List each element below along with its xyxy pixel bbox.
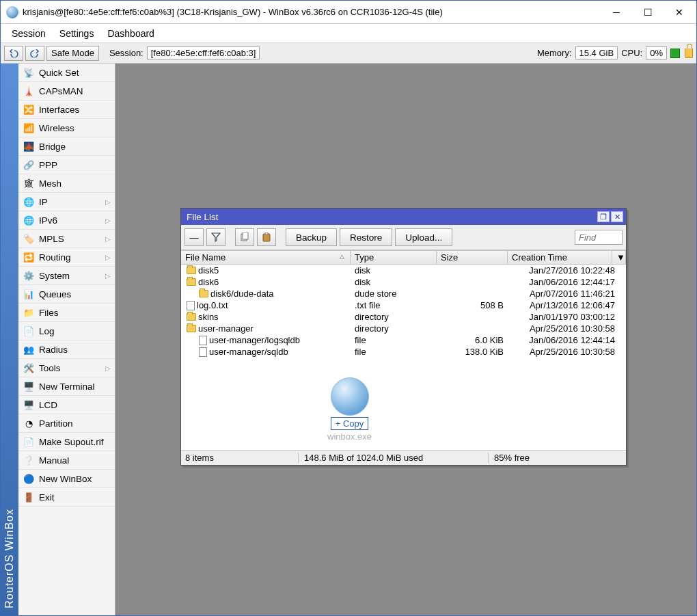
copy-button[interactable] xyxy=(235,228,254,246)
find-input[interactable] xyxy=(575,230,623,245)
sidebar-item-label: CAPsMAN xyxy=(39,86,83,96)
folder-icon xyxy=(187,325,196,332)
table-row[interactable]: disk6diskJan/06/2016 12:44:17 xyxy=(181,276,626,288)
sidebar-item-label: Quick Set xyxy=(39,68,79,78)
sidebar-item-label: New Terminal xyxy=(39,381,95,392)
sidebar-icon: ⚙️ xyxy=(23,269,35,282)
table-row[interactable]: user-manager/sqldbfile138.0 KiBApr/25/20… xyxy=(181,346,626,358)
minimize-button[interactable]: ─ xyxy=(601,1,632,23)
safe-mode-button[interactable]: Safe Mode xyxy=(46,46,99,61)
remove-button[interactable]: — xyxy=(184,228,204,246)
drag-copy-label: + Copy xyxy=(331,417,369,430)
table-row[interactable]: disk6/dude-datadude storeApr/07/2016 11:… xyxy=(181,288,626,299)
sidebar-item-routing[interactable]: 🔁Routing▷ xyxy=(18,248,115,267)
file-list-header: File Name△ Type Size Creation Time ▼ xyxy=(181,250,626,265)
sidebar-item-capsman[interactable]: 🗼CAPsMAN xyxy=(18,82,115,101)
column-menu-button[interactable]: ▼ xyxy=(612,251,626,264)
lock-icon xyxy=(685,49,693,58)
file-list-window: File List ❐ ✕ — Backup Restore Upload...… xyxy=(180,208,627,466)
file-type: disk xyxy=(351,277,437,287)
column-size[interactable]: Size xyxy=(437,251,508,264)
window-title: krisjanis@[fe80::4e5e:cff:fef6:c0ab%3] (… xyxy=(23,7,443,17)
sidebar-item-manual[interactable]: ❔Manual xyxy=(18,451,115,470)
app-icon xyxy=(6,6,18,18)
restore-button[interactable]: Restore xyxy=(340,228,392,246)
file-name: disk5 xyxy=(198,265,219,276)
sidebar-item-interfaces[interactable]: 🔀Interfaces xyxy=(18,101,115,119)
sidebar-item-ipv6[interactable]: 🌐IPv6▷ xyxy=(18,211,115,230)
sidebar-item-radius[interactable]: 👥Radius xyxy=(18,340,115,359)
memory-value: 15.4 GiB xyxy=(575,46,618,59)
filewin-close-button[interactable]: ✕ xyxy=(611,211,623,222)
sidebar-item-label: Exit xyxy=(39,492,55,503)
sidebar-item-label: IP xyxy=(39,197,48,207)
sidebar-item-make-supout-rif[interactable]: 📄Make Supout.rif xyxy=(18,433,115,451)
file-time: Jan/06/2016 12:44:14 xyxy=(508,335,626,345)
sidebar-item-label: Wireless xyxy=(39,123,74,133)
submenu-indicator-icon: ▷ xyxy=(105,254,111,261)
column-time[interactable]: Creation Time xyxy=(508,251,612,264)
sidebar-item-system[interactable]: ⚙️System▷ xyxy=(18,267,115,285)
drag-filename: winbox.exe xyxy=(327,431,372,442)
table-row[interactable]: user-manager/logsqldbfile6.0 KiBJan/06/2… xyxy=(181,334,626,346)
upload-button[interactable]: Upload... xyxy=(395,228,452,246)
sidebar-item-new-terminal[interactable]: 🖥️New Terminal xyxy=(18,377,115,396)
sidebar-item-label: Log xyxy=(39,326,55,336)
file-name: disk6/dude-data xyxy=(210,289,274,299)
sidebar-item-mpls[interactable]: 🏷️MPLS▷ xyxy=(18,230,115,248)
menu-settings[interactable]: Settings xyxy=(53,26,101,41)
filter-button[interactable] xyxy=(206,228,226,246)
submenu-indicator-icon: ▷ xyxy=(105,217,111,224)
sidebar-item-lcd[interactable]: 🖥️LCD xyxy=(18,396,115,414)
sidebar-item-wireless[interactable]: 📶Wireless xyxy=(18,119,115,137)
undo-button[interactable] xyxy=(4,46,23,61)
sidebar-item-new-winbox[interactable]: 🔵New WinBox xyxy=(18,470,115,488)
filewin-restore-button[interactable]: ❐ xyxy=(597,211,610,222)
table-row[interactable]: disk5diskJan/27/2016 10:22:48 xyxy=(181,265,626,276)
sidebar-item-files[interactable]: 📁Files xyxy=(18,304,115,322)
file-list-titlebar[interactable]: File List ❐ ✕ xyxy=(181,209,626,225)
file-list-body[interactable]: disk5diskJan/27/2016 10:22:48disk6diskJa… xyxy=(181,265,626,451)
table-row[interactable]: user-managerdirectoryApr/25/2016 10:30:5… xyxy=(181,323,626,334)
submenu-indicator-icon: ▷ xyxy=(105,272,111,280)
table-row[interactable]: skinsdirectoryJan/01/1970 03:00:12 xyxy=(181,311,626,323)
sidebar-icon: 📄 xyxy=(23,325,35,337)
sidebar-icon: 📁 xyxy=(23,306,35,319)
sidebar-icon: 📊 xyxy=(23,288,35,300)
sidebar-item-queues[interactable]: 📊Queues xyxy=(18,285,115,304)
menu-dashboard[interactable]: Dashboard xyxy=(100,26,161,41)
file-time: Jan/01/1970 03:00:12 xyxy=(508,312,626,322)
sidebar-item-ppp[interactable]: 🔗PPP xyxy=(18,156,115,174)
status-icon xyxy=(670,49,680,58)
sidebar-item-label: LCD xyxy=(39,400,57,410)
sidebar-item-tools[interactable]: 🛠️Tools▷ xyxy=(18,359,115,377)
paste-button[interactable] xyxy=(257,228,276,246)
sidebar-icon: 🖥️ xyxy=(23,380,35,392)
redo-button[interactable] xyxy=(25,46,44,61)
sidebar-item-quick-set[interactable]: 📡Quick Set xyxy=(18,64,115,82)
backup-button[interactable]: Backup xyxy=(286,228,337,246)
sidebar-icon: 🚪 xyxy=(23,491,35,503)
sidebar-item-mesh[interactable]: 🕸Mesh xyxy=(18,174,115,193)
sidebar-icon: 🕸 xyxy=(23,177,35,189)
mdi-area: File List ❐ ✕ — Backup Restore Upload...… xyxy=(115,64,696,615)
sidebar-item-bridge[interactable]: 🌉Bridge xyxy=(18,137,115,156)
column-name[interactable]: File Name△ xyxy=(181,251,351,264)
sidebar-icon: 📡 xyxy=(23,66,35,79)
close-button[interactable]: ✕ xyxy=(664,1,695,23)
sidebar-item-log[interactable]: 📄Log xyxy=(18,322,115,340)
maximize-button[interactable]: ☐ xyxy=(632,1,664,23)
sidebar-icon: 🖥️ xyxy=(23,399,35,411)
side-title-bar: RouterOS WinBox xyxy=(1,64,18,615)
sidebar-item-partition[interactable]: ◔Partition xyxy=(18,414,115,433)
column-type[interactable]: Type xyxy=(351,251,437,264)
main-toolbar: Safe Mode Session: [fe80::4e5e:cff:fef6:… xyxy=(1,43,696,64)
sidebar-item-label: MPLS xyxy=(39,234,64,244)
sidebar-item-ip[interactable]: 🌐IP▷ xyxy=(18,193,115,211)
file-size: 138.0 KiB xyxy=(437,347,508,357)
menu-session[interactable]: Session xyxy=(5,26,53,41)
table-row[interactable]: log.0.txt.txt file508 BApr/13/2016 12:06… xyxy=(181,299,626,311)
sidebar-icon: 👥 xyxy=(23,343,35,356)
sidebar-item-exit[interactable]: 🚪Exit xyxy=(18,488,115,507)
file-list-statusbar: 8 items 148.6 MiB of 1024.0 MiB used 85%… xyxy=(181,451,626,465)
